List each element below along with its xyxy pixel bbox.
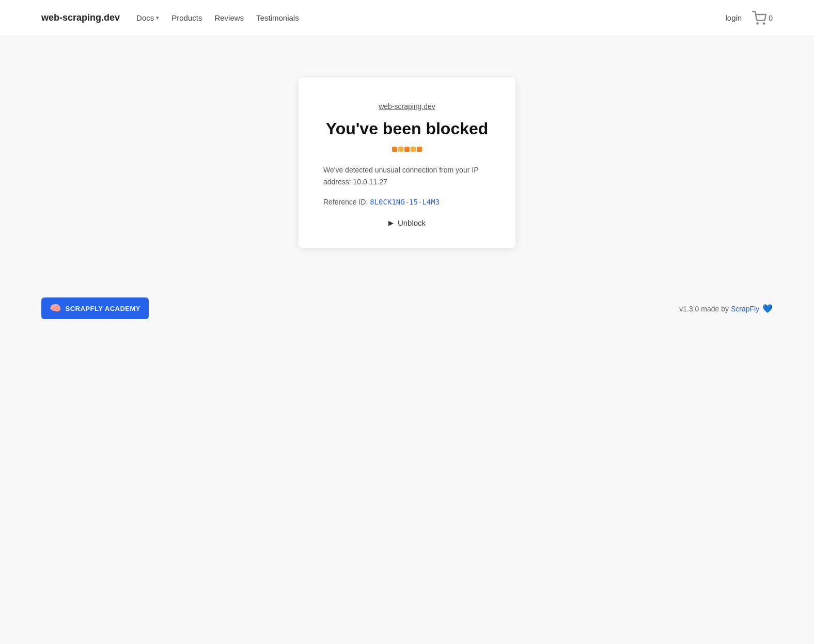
navbar-right: login 0	[726, 11, 773, 25]
cf-square-3	[404, 147, 410, 152]
navbar-left: web-scraping.dev Docs ▾ Products Reviews…	[41, 12, 299, 23]
version-text: v1.3.0 made by	[679, 305, 729, 313]
cloudflare-logo	[392, 147, 422, 152]
cart-count: 0	[769, 14, 773, 22]
scrapfly-academy-button[interactable]: 🧠 SCRAPFLY ACADEMY	[41, 297, 149, 319]
reference-label: Reference ID:	[323, 198, 368, 206]
blocked-title: You've been blocked	[323, 119, 491, 138]
reference-row: Reference ID: 8L0CK1NG-15-L4M3	[323, 198, 491, 206]
nav-testimonials-link[interactable]: Testimonials	[256, 13, 299, 22]
svg-point-0	[757, 23, 758, 24]
login-link[interactable]: login	[726, 13, 742, 22]
cart-icon	[752, 11, 766, 25]
nav-products-link[interactable]: Products	[171, 13, 202, 22]
chevron-down-icon: ▾	[156, 14, 159, 21]
unblock-section[interactable]: ▶ Unblock	[323, 218, 491, 227]
brand-logo[interactable]: web-scraping.dev	[41, 12, 120, 23]
unblock-label: Unblock	[398, 218, 426, 227]
reference-id: 8L0CK1NG-15-L4M3	[370, 198, 440, 206]
cart-button[interactable]: 0	[752, 11, 773, 25]
nav-docs-label: Docs	[136, 13, 154, 22]
scrapfly-link[interactable]: ScrapFly	[731, 305, 759, 313]
footer-right: v1.3.0 made by ScrapFly 💙	[679, 304, 773, 313]
brain-icon: 🧠	[50, 303, 61, 314]
cf-square-4	[411, 147, 416, 152]
main-content: web-scraping.dev You've been blocked We'…	[0, 36, 814, 269]
cf-square-1	[392, 147, 397, 152]
cloudflare-badge	[323, 147, 491, 152]
heart-icon: 💙	[762, 304, 773, 313]
navbar: web-scraping.dev Docs ▾ Products Reviews…	[0, 0, 814, 36]
card-site-link[interactable]: web-scraping.dev	[323, 102, 491, 111]
footer: 🧠 SCRAPFLY ACADEMY v1.3.0 made by ScrapF…	[0, 289, 814, 327]
nav-reviews-link[interactable]: Reviews	[214, 13, 244, 22]
svg-point-1	[763, 23, 764, 24]
blocked-description: We've detected unusual connection from y…	[323, 164, 491, 187]
cf-square-5	[417, 147, 422, 152]
nav-links: Docs ▾ Products Reviews Testimonials	[136, 13, 299, 23]
nav-docs-dropdown[interactable]: Docs ▾	[136, 13, 159, 22]
academy-label: SCRAPFLY ACADEMY	[66, 305, 140, 312]
blocked-card: web-scraping.dev You've been blocked We'…	[299, 77, 515, 248]
cf-square-2	[398, 147, 403, 152]
unblock-arrow-icon: ▶	[388, 219, 394, 227]
